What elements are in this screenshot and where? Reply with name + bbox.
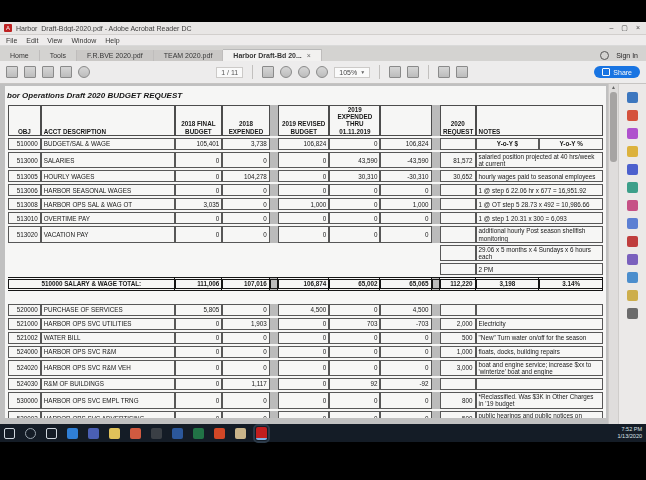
table-cell: 0 xyxy=(222,184,270,196)
email-icon[interactable] xyxy=(42,66,54,78)
compress-pdf-icon[interactable] xyxy=(627,236,638,247)
redact-icon[interactable] xyxy=(627,200,638,211)
table-cell: 106,824 xyxy=(380,138,431,150)
organize-pages-icon[interactable] xyxy=(627,182,638,193)
comment-icon[interactable] xyxy=(438,66,450,78)
send-review-icon[interactable] xyxy=(627,272,638,283)
terminal-icon[interactable] xyxy=(151,428,162,439)
description-cell: HARBOR SEASONAL WAGES xyxy=(41,184,175,196)
obj-cell: 521000 xyxy=(8,318,41,330)
table-row: 513000SALARIES00043,590-43,59081,572sala… xyxy=(8,152,603,168)
export-pdf-icon[interactable] xyxy=(627,92,638,103)
document-viewport: bor Operations Draft 2020 BUDGET REQUEST… xyxy=(0,84,646,439)
menu-edit[interactable]: Edit xyxy=(26,37,38,44)
page-number-indicator[interactable]: 1 / 11 xyxy=(216,67,243,78)
acrobat-icon[interactable] xyxy=(256,427,267,440)
chrome-icon[interactable] xyxy=(130,428,141,439)
cortana-search-button[interactable] xyxy=(25,428,36,439)
create-pdf-icon[interactable] xyxy=(627,110,638,121)
table-cell: 1,000 xyxy=(380,198,431,210)
menu-window[interactable]: Window xyxy=(71,37,96,44)
table-cell xyxy=(432,226,440,242)
more-tools-icon[interactable] xyxy=(627,308,638,319)
fit-width-icon[interactable] xyxy=(389,66,401,78)
menu-help[interactable]: Help xyxy=(105,37,119,44)
sign-pen-icon[interactable] xyxy=(456,66,468,78)
notes-icon[interactable] xyxy=(235,428,246,439)
edge-icon[interactable] xyxy=(67,428,78,439)
scroll-up-icon[interactable]: ▲ xyxy=(610,84,617,90)
comment-icon[interactable] xyxy=(627,146,638,157)
description-cell: WATER BILL xyxy=(41,332,175,344)
measure-icon[interactable] xyxy=(627,254,638,265)
vertical-scroll-thumb[interactable] xyxy=(610,92,617,162)
note-cell: 29.06 x 5 months x 4 Sundays x 6 hours e… xyxy=(476,245,603,261)
notifications-bell-icon[interactable] xyxy=(600,51,609,60)
obj-cell: 520000 xyxy=(8,304,41,316)
table-row: 530000HARBOR OPS SVC EMPL TRNG00000800*R… xyxy=(8,392,603,408)
table-row: 513006HARBOR SEASONAL WAGES000001 @ step… xyxy=(8,184,603,196)
tab-document-1[interactable]: F.R.BVE 2020.pdf xyxy=(77,50,154,61)
sign-in-link[interactable]: Sign In xyxy=(616,52,638,59)
tab-close-icon[interactable]: × xyxy=(307,52,311,59)
menu-file[interactable]: File xyxy=(6,37,17,44)
teams-icon[interactable] xyxy=(88,428,99,439)
budget-table: OBJ ACCT DESCRIPTION 2018 FINAL BUDGET 2… xyxy=(8,103,603,418)
tab-document-2[interactable]: TEAM 2020.pdf xyxy=(154,50,224,61)
start-button[interactable] xyxy=(4,428,15,439)
table-cell: -703 xyxy=(380,318,431,330)
obj-cell: 530000 xyxy=(8,392,41,408)
tab-document-active[interactable]: Harbor Draft-Bd 20...× xyxy=(223,49,322,61)
note-cell xyxy=(476,378,603,390)
tab-tools[interactable]: Tools xyxy=(40,50,77,61)
minimize-button[interactable]: – xyxy=(609,24,613,32)
stamp-icon[interactable] xyxy=(627,290,638,301)
table-row: 521002WATER BILL00000500"New" Turn water… xyxy=(8,332,603,344)
print-icon[interactable] xyxy=(24,66,36,78)
table-cell: 0 xyxy=(329,392,380,408)
table-cell xyxy=(432,198,440,210)
description-cell: HARBOR OPS SVC EMPL TRNG xyxy=(41,392,175,408)
powerpoint-icon[interactable] xyxy=(214,428,225,439)
menu-view[interactable]: View xyxy=(47,37,62,44)
tab-home[interactable]: Home xyxy=(0,50,40,61)
hand-tool-icon[interactable] xyxy=(280,66,292,78)
word-icon[interactable] xyxy=(172,428,183,439)
export-icon[interactable] xyxy=(60,66,72,78)
table-cell: 0 xyxy=(222,212,270,224)
clock-time: 7:52 PM xyxy=(618,426,642,433)
table-cell: 0 xyxy=(222,152,270,168)
zoom-level-dropdown[interactable]: 105%▼ xyxy=(334,67,370,78)
obj-cell: 524030 xyxy=(8,378,41,390)
excel-icon[interactable] xyxy=(193,428,204,439)
note-cell: *Reclassified. Was $3K in Other Charges … xyxy=(476,392,603,408)
table-cell xyxy=(270,226,278,242)
share-button[interactable]: Share xyxy=(594,66,640,78)
select-tool-icon[interactable] xyxy=(262,66,274,78)
table-cell: 0 xyxy=(175,411,223,418)
maximize-button[interactable]: ▢ xyxy=(621,24,628,32)
protect-icon[interactable] xyxy=(627,218,638,229)
description-cell: PURCHASE OF SERVICES xyxy=(41,304,175,316)
task-view-button[interactable] xyxy=(46,428,57,439)
zoom-out-icon[interactable] xyxy=(298,66,310,78)
description-cell: HARBOR OPS SVC ADVERTISING xyxy=(41,411,175,418)
note-cell: Electricity xyxy=(476,318,603,330)
search-icon[interactable] xyxy=(78,66,90,78)
table-cell: -30,310 xyxy=(380,170,431,182)
table-cell: 0 xyxy=(329,304,380,316)
table-cell: 1,000 xyxy=(278,198,329,210)
zoom-in-icon[interactable] xyxy=(316,66,328,78)
reading-mode-icon[interactable] xyxy=(407,66,419,78)
edit-pdf-icon[interactable] xyxy=(627,128,638,139)
table-row: 29.06 x 5 months x 4 Sundays x 6 hours e… xyxy=(8,245,603,261)
close-button[interactable]: × xyxy=(636,24,640,32)
taskbar-clock[interactable]: 7:52 PM1/13/2020 xyxy=(618,426,642,439)
save-icon[interactable] xyxy=(6,66,18,78)
table-cell: 0 xyxy=(278,170,329,182)
file-explorer-icon[interactable] xyxy=(109,428,120,439)
table-cell: 65,002 xyxy=(329,277,380,290)
vertical-scrollbar[interactable]: ▲ ▼ xyxy=(608,84,618,439)
table-cell xyxy=(432,346,440,358)
fill-sign-icon[interactable] xyxy=(627,164,638,175)
